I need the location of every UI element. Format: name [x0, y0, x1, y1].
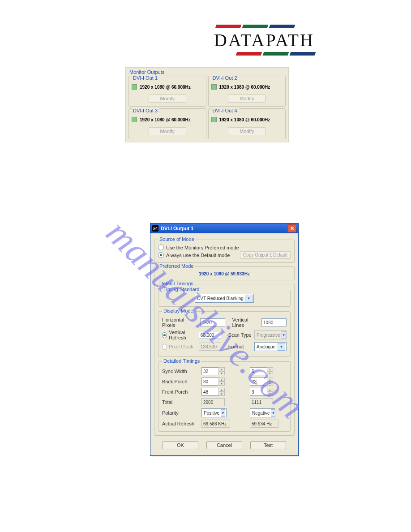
back-porch-v-input[interactable]: 23▲▼ — [250, 378, 273, 386]
scantype-value: Progressive — [257, 333, 280, 338]
dvi-output-dialog: x4 DVI-I Output 1 ✕ Source of Mode Use t… — [150, 223, 299, 456]
preferred-mode-legend: Preferred Mode — [158, 263, 195, 269]
output-2-title: DVI-I Out 2 — [211, 75, 239, 81]
status-icon — [132, 117, 137, 122]
actual-refresh-v-value: 59.934 Hz — [250, 420, 278, 428]
pclk-input: 138.500 — [199, 343, 221, 351]
ok-button[interactable]: OK — [163, 441, 198, 449]
vref-input[interactable]: 60.000 — [199, 331, 221, 339]
output-3-resolution: 1920 x 1080 @ 60.000Hz — [140, 117, 191, 122]
close-icon[interactable]: ✕ — [287, 224, 296, 232]
logo-bar-blue — [290, 52, 316, 56]
output-4-title: DVI-I Out 4 — [211, 108, 239, 113]
monitor-outputs-panel: Monitor Outputs DVI-I Out 1 1920 x 1080 … — [125, 67, 289, 142]
sync-width-v-input[interactable]: 5▲▼ — [250, 367, 273, 375]
source-of-mode-group: Source of Mode Use the Monitors Preferre… — [154, 240, 295, 263]
cancel-button[interactable]: Cancel — [206, 441, 242, 449]
scantype-label: Scan Type — [228, 332, 252, 338]
polarity-h-select[interactable]: Positive▼ — [201, 408, 227, 417]
front-porch-v-input[interactable]: 3▲▼ — [250, 388, 273, 396]
chevron-down-icon: ▼ — [278, 343, 285, 351]
total-label: Total — [162, 399, 199, 405]
detailed-timings-group: Detailed Timings Sync Width 32▲▼ 5▲▼ Bac… — [158, 361, 291, 432]
polarity-label: Polarity — [162, 410, 199, 416]
modify-button-1[interactable]: Modify — [149, 94, 186, 103]
polarity-v-select[interactable]: Negative▼ — [250, 408, 275, 417]
output-4-resolution: 1920 x 1080 @ 60.000Hz — [219, 117, 270, 122]
pclk-label: Pixel Clock — [169, 344, 196, 349]
test-button[interactable]: Test — [250, 441, 286, 449]
output-2-resolution: 1920 x 1080 @ 60.000Hz — [219, 85, 270, 90]
vlines-label: Vertical Lines — [232, 317, 259, 328]
logo-bar-green — [242, 25, 269, 28]
output-cell-2: DVI-I Out 2 1920 x 1080 @ 60.000Hz Modif… — [208, 76, 286, 107]
chevron-down-icon: ▼ — [221, 409, 225, 417]
back-porch-label: Back Porch — [162, 379, 199, 384]
timing-standard-group: Timing Standard CVT Reduced Blanking ▼ — [158, 290, 291, 307]
radio-vertical-refresh[interactable] — [162, 332, 167, 338]
monitor-outputs-legend: Monitor Outputs — [128, 69, 287, 76]
output-cell-4: DVI-I Out 4 1920 x 1080 @ 60.000Hz Modif… — [208, 108, 286, 139]
modify-button-2[interactable]: Modify — [228, 94, 265, 103]
radio-preferred-mode[interactable] — [158, 245, 164, 250]
actual-refresh-label: Actual Refresh — [162, 421, 199, 426]
timing-standard-select[interactable]: CVT Reduced Blanking ▼ — [195, 294, 254, 303]
radio-preferred-label: Use the Monitors Preferred mode — [166, 245, 239, 250]
output-cell-1: DVI-I Out 1 1920 x 1080 @ 60.000Hz Modif… — [128, 76, 206, 107]
timing-standard-legend: Timing Standard — [162, 287, 201, 292]
detailed-timings-legend: Detailed Timings — [162, 358, 201, 364]
status-icon — [132, 84, 137, 90]
front-porch-h-input[interactable]: 48▲▼ — [201, 388, 225, 396]
output-cell-3: DVI-I Out 3 1920 x 1080 @ 60.000Hz Modif… — [128, 108, 206, 139]
modify-button-4[interactable]: Modify — [228, 127, 265, 135]
radio-default-mode[interactable] — [158, 252, 164, 258]
total-h-value: 2080 — [201, 398, 225, 406]
preferred-mode-value: 1920 x 1080 @ 59.933Hz — [158, 271, 291, 276]
radio-pixel-clock[interactable] — [162, 344, 167, 350]
format-value: Analogue — [257, 344, 275, 349]
chevron-down-icon: ▼ — [282, 331, 286, 339]
actual-refresh-h-value: 66.586 KHz — [201, 420, 230, 428]
datapath-logo: DATAPATH — [214, 25, 330, 57]
default-timings-group: Default Timings Timing Standard CVT Redu… — [154, 284, 295, 436]
total-v-value: 1111 — [250, 398, 273, 406]
vlines-input[interactable]: 1080 — [261, 318, 287, 326]
back-porch-h-input[interactable]: 80▲▼ — [201, 378, 225, 386]
dialog-titlebar[interactable]: x4 DVI-I Output 1 ✕ — [150, 223, 298, 233]
vref-label: Vertical Refresh — [169, 330, 196, 340]
logo-bar-red — [236, 52, 262, 56]
display-mode-legend: Display Mode — [162, 308, 195, 313]
hpix-label: Horizontal Pixels — [162, 317, 197, 328]
chevron-down-icon: ▼ — [271, 409, 275, 417]
dialog-title: DVI-I Output 1 — [161, 226, 193, 231]
status-icon — [211, 117, 217, 122]
output-1-resolution: 1920 x 1080 @ 60.000Hz — [140, 85, 191, 90]
radio-default-label: Always use the Default mode — [166, 253, 230, 258]
output-3-title: DVI-I Out 3 — [132, 108, 159, 113]
sync-width-label: Sync Width — [162, 369, 199, 374]
logo-bar-blue — [269, 25, 295, 28]
copy-output-default-button[interactable]: Copy Output 1 Default — [240, 251, 291, 259]
chevron-down-icon: ▼ — [245, 295, 253, 302]
modify-button-3[interactable]: Modify — [149, 127, 186, 135]
scantype-select[interactable]: Progressive ▼ — [254, 330, 287, 339]
logo-text: DATAPATH — [214, 30, 330, 51]
source-of-mode-legend: Source of Mode — [158, 236, 196, 242]
hpix-input[interactable]: 1920 — [200, 318, 225, 326]
output-1-title: DVI-I Out 1 — [132, 75, 159, 81]
dialog-app-icon: x4 — [152, 225, 158, 232]
format-label: Format — [228, 344, 252, 349]
preferred-mode-group: Preferred Mode 1920 x 1080 @ 59.933Hz — [154, 266, 295, 280]
front-porch-label: Front Porch — [162, 389, 199, 395]
status-icon — [211, 84, 217, 90]
logo-bar-green — [263, 52, 289, 56]
timing-standard-value: CVT Reduced Blanking — [197, 296, 244, 301]
default-timings-legend: Default Timings — [158, 281, 195, 286]
format-select[interactable]: Analogue ▼ — [254, 342, 287, 351]
display-mode-group: Display Mode Horizontal Pixels 1920 Vert… — [158, 311, 291, 357]
logo-bar-red — [215, 25, 242, 28]
sync-width-h-input[interactable]: 32▲▼ — [201, 367, 225, 375]
